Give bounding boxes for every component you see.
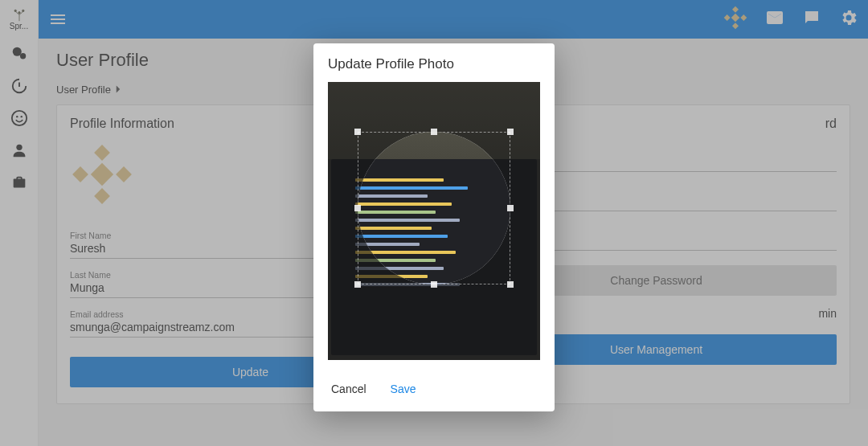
crop-handle-w[interactable] [354,205,361,211]
dialog-title: Update Profile Photo [313,43,555,82]
crop-handle-n[interactable] [431,129,437,135]
dialog-actions: Cancel Save [313,368,555,411]
photo-cropper[interactable] [328,82,540,360]
crop-handle-sw[interactable] [354,281,361,288]
cancel-button[interactable]: Cancel [330,379,368,399]
crop-handle-nw[interactable] [354,129,361,135]
crop-handle-se[interactable] [507,281,514,288]
crop-circle[interactable] [358,132,510,284]
crop-handle-ne[interactable] [507,129,514,135]
crop-handle-e[interactable] [507,205,514,211]
modal-overlay[interactable]: Update Profile Photo [0,0,868,446]
crop-handle-s[interactable] [431,281,437,288]
update-photo-dialog: Update Profile Photo [313,43,555,411]
save-button[interactable]: Save [389,379,418,399]
